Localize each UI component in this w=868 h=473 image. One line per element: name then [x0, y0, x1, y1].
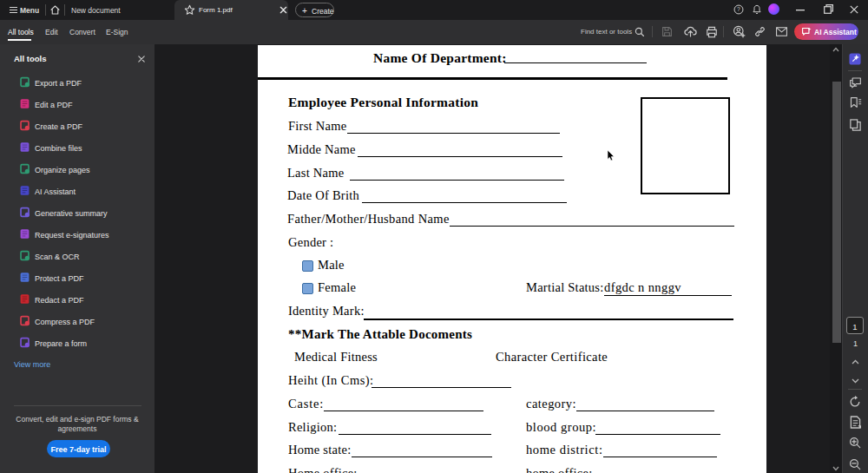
svg-text:?: ?: [737, 6, 740, 12]
